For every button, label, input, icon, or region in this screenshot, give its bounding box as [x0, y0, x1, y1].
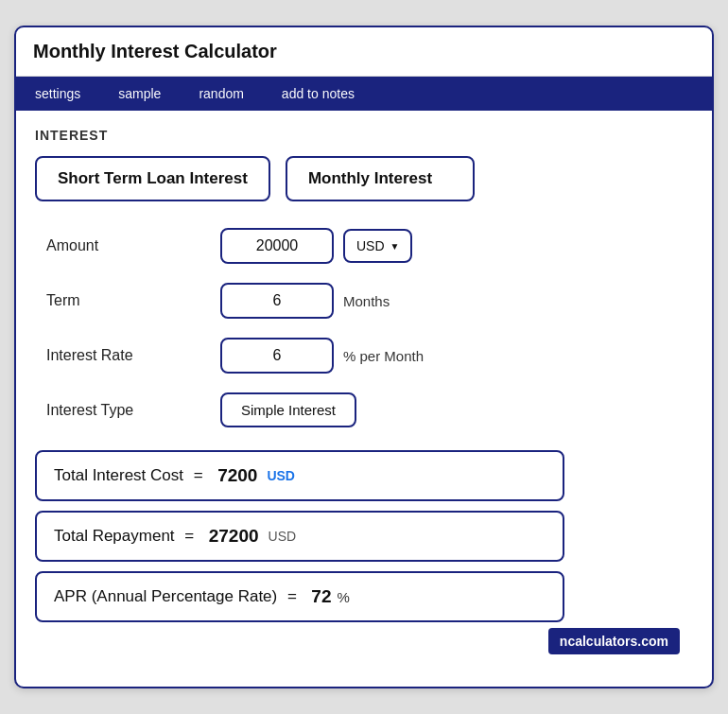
term-label: Term	[35, 292, 205, 309]
interest-rate-input[interactable]	[220, 338, 334, 374]
app-title: Monthly Interest Calculator	[16, 27, 712, 77]
section-label: INTEREST	[35, 128, 693, 143]
term-unit: Months	[343, 293, 390, 309]
apr-value: 72	[311, 586, 331, 607]
amount-row: Amount USD ▼	[35, 218, 693, 273]
calculator-card: Monthly Interest Calculator settings sam…	[14, 26, 714, 688]
interest-type-button[interactable]: Simple Interest	[220, 392, 356, 427]
interest-rate-row: Interest Rate % per Month	[35, 328, 693, 383]
total-interest-row: Total Interest Cost = 7200 USD	[35, 450, 564, 501]
monthly-interest-btn[interactable]: Monthly Interest	[286, 156, 475, 201]
short-term-loan-btn[interactable]: Short Term Loan Interest	[35, 156, 270, 201]
nav-bar: settings sample random add to notes	[16, 77, 712, 111]
nav-sample[interactable]: sample	[99, 77, 180, 111]
term-input[interactable]	[220, 283, 334, 319]
interest-rate-input-area: % per Month	[220, 338, 424, 374]
term-row: Term Months	[35, 273, 693, 328]
interest-rate-label: Interest Rate	[35, 347, 205, 364]
total-repayment-value: 27200	[209, 526, 259, 547]
brand-text: ncalculators.com	[548, 628, 680, 654]
interest-type-label: Interest Type	[35, 402, 205, 419]
apr-unit: %	[338, 589, 350, 605]
total-repayment-currency: USD	[269, 529, 297, 544]
total-interest-currency: USD	[267, 468, 295, 483]
total-repayment-label: Total Repayment	[54, 527, 175, 546]
currency-button[interactable]: USD ▼	[343, 229, 412, 263]
total-interest-value: 7200	[217, 465, 257, 486]
interest-rate-unit: % per Month	[343, 348, 424, 364]
total-repayment-row: Total Repayment = 27200 USD	[35, 511, 564, 562]
type-buttons: Short Term Loan Interest Monthly Interes…	[35, 156, 693, 201]
total-repayment-equals: =	[181, 527, 203, 546]
apr-row: APR (Annual Percentage Rate) = 72 %	[35, 571, 564, 622]
currency-label: USD	[356, 238, 385, 253]
term-input-area: Months	[220, 283, 390, 319]
content-area: INTEREST Short Term Loan Interest Monthl…	[16, 111, 712, 687]
brand-badge: ncalculators.com	[35, 622, 693, 664]
nav-random[interactable]: random	[180, 77, 262, 111]
interest-type-row: Interest Type Simple Interest	[35, 383, 693, 437]
apr-label: APR (Annual Percentage Rate)	[54, 587, 277, 606]
nav-settings[interactable]: settings	[16, 77, 99, 111]
interest-type-input-area: Simple Interest	[220, 392, 356, 427]
total-interest-label: Total Interest Cost	[54, 466, 183, 485]
amount-input[interactable]	[220, 228, 334, 264]
amount-label: Amount	[35, 237, 205, 254]
amount-input-area: USD ▼	[220, 228, 412, 264]
results-area: Total Interest Cost = 7200 USD Total Rep…	[35, 450, 693, 622]
chevron-down-icon: ▼	[390, 241, 400, 252]
nav-add-to-notes[interactable]: add to notes	[263, 77, 373, 111]
total-interest-equals: =	[189, 466, 212, 485]
apr-equals: =	[283, 587, 305, 606]
fields-area: Amount USD ▼ Term Months	[35, 218, 693, 437]
